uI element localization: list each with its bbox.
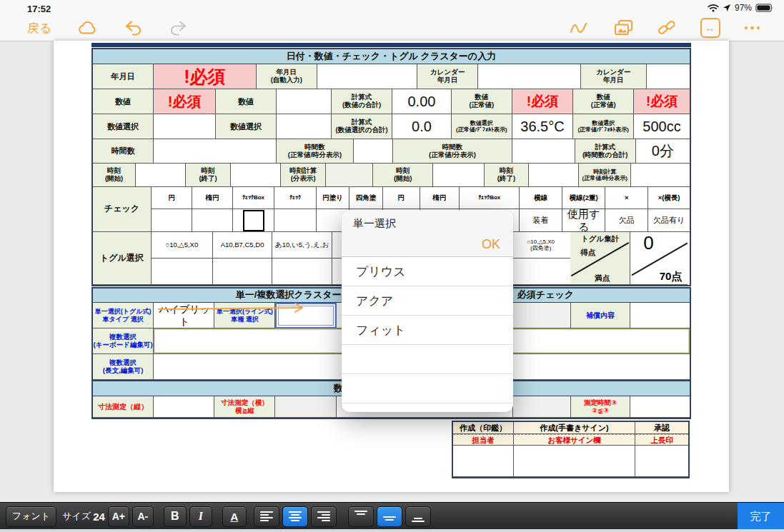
- cell-label: 計算式 (数値選択の合計): [332, 114, 392, 139]
- undo-icon[interactable]: [124, 20, 143, 36]
- cell-input[interactable]: [630, 396, 690, 418]
- single-select-popup: 単一選択 OK プリウス アクア フィット: [342, 210, 513, 412]
- cell-input[interactable]: [513, 303, 571, 328]
- cell-value[interactable]: 0.0: [392, 114, 452, 139]
- sig-head: 承認: [635, 422, 688, 434]
- cell-input[interactable]: [317, 64, 417, 89]
- cell-input[interactable]: [512, 139, 575, 164]
- redo-icon[interactable]: [169, 20, 187, 36]
- toggle-score-cell[interactable]: 0 70点: [630, 232, 688, 285]
- cell-label: 計算式 (数値の合計): [332, 89, 392, 114]
- cell-input[interactable]: [433, 164, 485, 187]
- battery-icon: [755, 4, 774, 12]
- align-right-button[interactable]: [311, 506, 337, 527]
- cell-label: 時間数 (正常値/時分表示): [277, 139, 354, 164]
- valign-bottom-button[interactable]: [405, 506, 431, 527]
- more-icon[interactable]: [745, 26, 760, 30]
- check-cell[interactable]: 欠品: [605, 209, 648, 232]
- underline-button[interactable]: A: [222, 506, 247, 527]
- size-label: サイズ: [62, 510, 91, 523]
- markup-pen-icon[interactable]: [569, 20, 589, 36]
- cell-input[interactable]: [631, 164, 690, 187]
- cell-input[interactable]: [154, 114, 216, 139]
- cell-input[interactable]: [354, 139, 393, 164]
- expand-icon[interactable]: ↔: [700, 18, 720, 38]
- cell-input[interactable]: [154, 396, 214, 418]
- screen: 17:52 97% 戻る ↔ 日付・数値・チェック・トグル クラスターの入力: [0, 0, 784, 532]
- cell-label: 複数選択 (長文,編集可): [93, 354, 154, 380]
- check-head: 円: [152, 187, 193, 209]
- cell-value[interactable]: 500cc: [634, 114, 690, 139]
- cell-value[interactable]: 36.5°C: [512, 114, 573, 139]
- cell-label: 数値: [216, 89, 277, 114]
- popup-option-empty[interactable]: [342, 374, 513, 403]
- link-icon[interactable]: [658, 19, 676, 36]
- cell-required[interactable]: !必須: [154, 89, 216, 114]
- cell-label: 数値選択: [93, 114, 154, 139]
- align-left-button[interactable]: [254, 506, 279, 527]
- valign-top-button[interactable]: [348, 506, 374, 527]
- italic-button[interactable]: I: [189, 506, 212, 527]
- check-cell[interactable]: [192, 209, 233, 232]
- check-cell[interactable]: 装着: [520, 209, 562, 232]
- cell-label: カレンダー 年月日: [417, 64, 478, 89]
- cell-label-check: チェック: [93, 187, 152, 232]
- sig-stamp-cell[interactable]: [453, 446, 514, 477]
- cell-value[interactable]: 0分: [636, 139, 690, 164]
- valign-middle-button[interactable]: [377, 506, 402, 527]
- popup-header: 単一選択 OK: [342, 210, 513, 257]
- sig-handwriting-cell[interactable]: [514, 446, 635, 477]
- done-button[interactable]: 完了: [738, 503, 784, 530]
- media-icon[interactable]: [613, 19, 633, 36]
- cell-input[interactable]: [277, 114, 332, 139]
- cell-input[interactable]: [326, 164, 373, 187]
- checkbox-icon[interactable]: [243, 210, 264, 231]
- back-button[interactable]: 戻る: [27, 20, 51, 36]
- toggle-sum-title: トグル集計: [570, 234, 630, 243]
- check-head: ﾁｪｯｸBox: [233, 187, 274, 209]
- bold-button[interactable]: B: [164, 506, 187, 527]
- cell-input[interactable]: [513, 396, 571, 418]
- align-center-button[interactable]: [282, 506, 308, 527]
- popup-option-fit[interactable]: フィット: [342, 316, 513, 345]
- font-decrease-button[interactable]: A-: [132, 506, 154, 527]
- cell-input[interactable]: [154, 139, 277, 164]
- check-cell[interactable]: 欠品有り: [648, 209, 690, 232]
- annotation-arrow: [154, 298, 312, 317]
- check-head: ﾁｪｯｸ: [274, 187, 317, 209]
- cell-required[interactable]: !必須: [512, 89, 573, 114]
- cell-required[interactable]: !必須: [154, 64, 257, 89]
- cell-value[interactable]: 0.00: [392, 89, 452, 114]
- popup-option-prius[interactable]: プリウス: [342, 257, 513, 286]
- cell-label: 時刻 (終了): [485, 164, 530, 187]
- cell-input[interactable]: [277, 89, 332, 114]
- toggle-cell[interactable]: [511, 259, 570, 285]
- popup-option-aqua[interactable]: アクア: [342, 286, 513, 316]
- check-head: ﾁｪｯｸBox: [460, 187, 520, 209]
- cell-input[interactable]: [478, 64, 581, 89]
- cell-input[interactable]: [136, 164, 186, 187]
- cell-input[interactable]: [529, 164, 579, 187]
- cell-input[interactable]: [231, 164, 281, 187]
- cell-required[interactable]: !必須: [634, 89, 690, 114]
- check-head: 円塗り: [317, 187, 349, 209]
- check-cell[interactable]: [274, 209, 317, 232]
- check-cell[interactable]: 使用する: [562, 209, 605, 232]
- cell-input[interactable]: [275, 396, 336, 418]
- font-increase-button[interactable]: A+: [108, 506, 129, 527]
- toggle-score-num: 0: [643, 233, 653, 254]
- ok-button[interactable]: OK: [342, 232, 513, 256]
- sig-approval-cell[interactable]: [635, 446, 688, 477]
- toggle-cell[interactable]: [213, 259, 273, 285]
- toggle-score-den: 70点: [660, 270, 683, 282]
- check-cell[interactable]: [152, 209, 193, 232]
- toggle-cell[interactable]: [152, 259, 213, 285]
- font-button[interactable]: フォント: [6, 506, 56, 527]
- cloud-icon[interactable]: [77, 20, 99, 36]
- cell-input[interactable]: [630, 303, 690, 328]
- check-cell[interactable]: [233, 209, 274, 232]
- toggle-cell[interactable]: [272, 259, 332, 285]
- cell-input[interactable]: [647, 64, 690, 89]
- cell-label: 年月日 (自動入力): [257, 64, 317, 89]
- popup-option-empty[interactable]: [342, 345, 513, 374]
